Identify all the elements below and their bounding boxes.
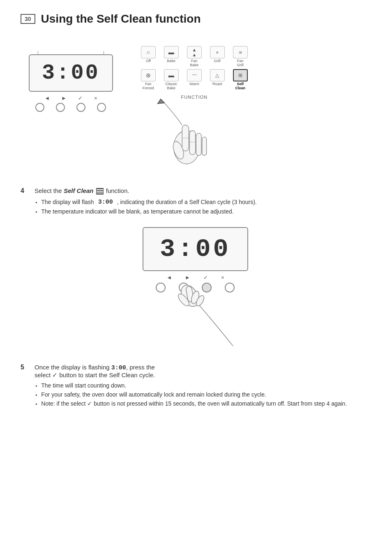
circle-4 [97, 103, 106, 112]
step5-text: Once the display is flashing 3:00, press… [35, 364, 155, 379]
svg-rect-3 [196, 133, 201, 155]
self-clean-icon [96, 188, 104, 195]
func-fan-grill: ≋ FanGrill [230, 46, 251, 67]
svg-rect-4 [202, 137, 207, 155]
circle-3 [76, 103, 85, 112]
bullet-item: The temperature indicator will be blank,… [35, 208, 371, 215]
func-self-clean: ⊞ SelfClean [230, 69, 251, 91]
bullet-item: The display will flash 3:00, indicating … [35, 199, 371, 206]
func-bake: ▬ Bake [161, 46, 182, 67]
display-buttons-row-1: ◄ ► ✓ × [44, 95, 97, 101]
circle-5 [156, 283, 166, 292]
hand-pointer-2 [167, 284, 249, 351]
display-circles-row-1 [35, 103, 106, 112]
func-classic-bake: ▬ ClassicBake [161, 69, 182, 91]
bullet-item: Note: if the select ✓ button is not pres… [35, 400, 371, 407]
function-panel: ○ Off ▬ Bake ▲▲ FanBake ≡ Grill ≋ FanG [138, 46, 251, 100]
bullet-item: For your safety, the oven door will auto… [35, 391, 371, 398]
bullets-step4: The display will flash 3:00, indicating … [35, 199, 371, 215]
section2: 3:00 ◄ ► ✓ × [21, 227, 371, 351]
func-warm: 〰 Warm [184, 69, 205, 91]
func-roast: △ Roast [207, 69, 228, 91]
func-off: ○ Off [138, 46, 159, 67]
step4-number: 4 [21, 187, 29, 195]
func-fan-forced: ⊛ FanForced [138, 69, 159, 91]
section1: 3:00 ◄ ► ✓ × ○ Off ▬ Bak [21, 38, 371, 171]
page-title: Using the Self Clean function [41, 12, 201, 26]
step5-block: 5 Once the display is flashing 3:00, pre… [21, 364, 371, 407]
display-buttons-row-2: ◄ ► ✓ × [166, 274, 224, 281]
page-number: 30 [21, 14, 35, 24]
display-screen-1: 3:00 [29, 54, 113, 92]
func-grill: ≡ Grill [207, 46, 228, 67]
step4-text: Select the Self Clean function. [35, 187, 129, 195]
circle-2 [56, 103, 65, 112]
svg-rect-2 [189, 130, 195, 155]
step4-instruction: 4 Select the Self Clean function. [21, 187, 371, 195]
circle-1 [35, 103, 44, 112]
display-panel-2: 3:00 ◄ ► ✓ × [143, 227, 248, 292]
step5-number: 5 [21, 364, 29, 371]
display-panel-1: 3:00 ◄ ► ✓ × [29, 54, 113, 112]
bullet-item: The time will start counting down. [35, 382, 371, 389]
hand-pointer-1 [146, 95, 220, 171]
display-screen-2: 3:00 [143, 227, 248, 271]
svg-marker-8 [158, 99, 164, 104]
bullets-step5: The time will start counting down. For y… [35, 382, 371, 407]
step5-instruction: 5 Once the display is flashing 3:00, pre… [21, 364, 371, 379]
func-fan-bake: ▲▲ FanBake [184, 46, 205, 67]
function-grid: ○ Off ▬ Bake ▲▲ FanBake ≡ Grill ≋ FanG [138, 46, 251, 91]
page-header: 30 Using the Self Clean function [21, 12, 371, 26]
